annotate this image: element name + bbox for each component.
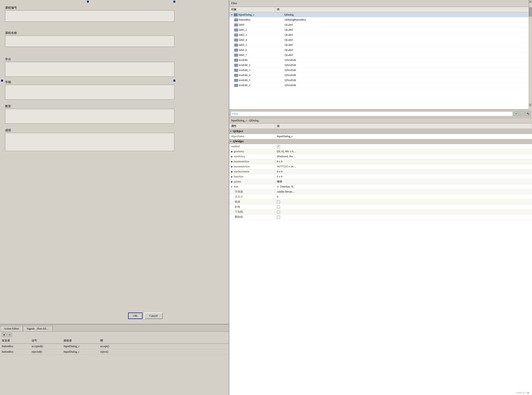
tree-cell-class-12: QTextEdit	[285, 73, 531, 77]
prop-val-maximumsize: 16777215 x 16…	[275, 165, 532, 169]
props-row-font[interactable]: ▾ font A [SimSun, 9]	[229, 184, 532, 189]
signal-receiver-1: InputDialog_c	[62, 344, 98, 349]
textedit-xueqi[interactable]	[5, 85, 174, 100]
form-buttons: OK Cancel	[128, 313, 163, 319]
label-kechengbianhao: 课程编号	[5, 6, 177, 10]
tree-expand-root[interactable]: ▾	[231, 14, 234, 16]
textedit-xuefen[interactable]	[5, 62, 174, 77]
props-col-headers: 属性 值	[229, 123, 532, 129]
v-scrollbar-tree[interactable]: ▲ ▼	[529, 0, 532, 110]
tree-row-8[interactable]: label_7 QLabel	[229, 53, 532, 58]
props-row-minimumsize[interactable]: ▶ minimumSize 0 x 0	[229, 159, 532, 164]
selection-handle-top-right[interactable]	[173, 1, 175, 3]
tree-cell-class-14: QTextEdit	[285, 84, 531, 87]
tree-row-5[interactable]: label_4 QLabel	[229, 38, 532, 43]
prop-val-sizepolicy: [Preferred, Pre…	[275, 154, 532, 159]
tree-row-9[interactable]: textEdit QTextEdit	[229, 58, 532, 63]
scrollbar-thumb[interactable]	[529, 7, 532, 16]
prop-val-geometry: [(0, 0), 681 x 6…	[275, 149, 532, 154]
scrollbar-down-btn[interactable]: ▼	[529, 104, 532, 106]
props-row-basesize[interactable]: ▶ baseSize 0 x 0	[229, 174, 532, 179]
scrollbar-up-btn[interactable]: ▲	[529, 0, 532, 3]
textedit-kechengmingcheng[interactable]	[5, 35, 174, 47]
tree-row-12[interactable]: textEdit_4 QTextEdit	[229, 73, 532, 78]
prop-name-palette: ▶ palette	[229, 180, 275, 184]
tree-row-13[interactable]: textEdit_5 QTextEdit	[229, 78, 532, 83]
props-row-geometry[interactable]: ▶ geometry [(0, 0), 681 x 6…	[229, 149, 532, 154]
bold-checkbox[interactable]	[277, 200, 280, 203]
prop-val-palette: 继承	[275, 179, 532, 184]
props-row-italic: 斜体	[229, 204, 532, 209]
signal-slot-1: accept()	[98, 344, 229, 349]
selection-handle-left[interactable]	[1, 80, 3, 82]
signals-row-2: buttonBox rejected() InputDialog_c rejec…	[0, 349, 229, 355]
tree-row-3[interactable]: label_2 QLabel	[229, 27, 532, 33]
form-canvas: 课程编号 课程名称 学分 学期 教室	[0, 0, 229, 324]
strikeout-checkbox[interactable]	[277, 215, 280, 219]
props-title-bar: InputDialog_c : QDialog	[229, 118, 532, 123]
props-col-property: 属性	[229, 124, 275, 128]
tree-icon-10	[234, 64, 238, 67]
props-edit-btn[interactable]: ✎	[526, 111, 531, 116]
prop-val-enabled	[275, 144, 532, 149]
prop-name-strikeout: 删除线	[229, 214, 275, 219]
remove-signal-button[interactable]: −	[7, 333, 12, 337]
prop-val-fontfamily: Adobe Devan…	[275, 190, 532, 194]
textedit-kechengbianhao[interactable]	[5, 10, 174, 22]
textedit-chengji[interactable]	[5, 133, 174, 151]
tree-cell-name-3: label_2	[239, 28, 285, 32]
enabled-checkbox[interactable]	[277, 145, 280, 148]
cancel-button[interactable]: Cancel	[144, 313, 163, 319]
selection-handle-top[interactable]	[87, 1, 89, 3]
tree-row-11[interactable]: textEdit_3 QTextEdit	[229, 68, 532, 73]
props-col-value: 值	[275, 124, 532, 128]
tree-row-root[interactable]: ▾ InputDialog_c QDialog	[229, 12, 532, 17]
tab-signals-slots[interactable]: Signals _Slots Ed…	[23, 326, 53, 331]
tree-cell-name-13: textEdit_5	[239, 78, 285, 82]
label-jiaoshi: 教室	[5, 104, 177, 108]
tab-action-editor[interactable]: Action Editor	[0, 326, 23, 331]
filter-label-tree: Filter	[231, 2, 237, 5]
prop-name-sizepolicy: ▶ sizePolicy	[229, 154, 275, 159]
tree-icon-2	[234, 24, 238, 26]
section-header-qobject: ▾ QObject	[229, 129, 532, 134]
underline-checkbox[interactable]	[277, 210, 280, 214]
props-row-palette[interactable]: ▶ palette 继承	[229, 179, 532, 184]
prop-name-minimumsize: ▶ minimumSize	[229, 159, 275, 164]
tree-row-14[interactable]: textEdit_6 QTextEdit	[229, 83, 532, 88]
prop-name-objectname: objectName	[229, 134, 275, 138]
tree-cell-name-4: label_3	[239, 33, 285, 37]
props-row-sizepolicy[interactable]: ▶ sizePolicy [Preferred, Pre…	[229, 154, 532, 159]
add-signal-button[interactable]: +	[2, 333, 6, 337]
tree-row-4[interactable]: label_3 QLabel	[229, 33, 532, 38]
signals-toolbar: + −	[0, 331, 229, 338]
field-group-kechengbianhao: 课程编号	[5, 6, 177, 22]
props-filter-input[interactable]	[231, 111, 513, 116]
props-add-btn[interactable]: +	[514, 111, 519, 116]
props-remove-btn[interactable]: −	[520, 111, 525, 116]
field-group-jiaoshi: 教室	[5, 104, 177, 124]
tree-row-1[interactable]: buttonBox QDialogButtonBox	[229, 17, 532, 22]
ok-button[interactable]: OK	[128, 313, 143, 319]
props-row-underline: 下划线	[229, 209, 532, 214]
prop-val-font: A [SimSun, 9]	[275, 185, 532, 189]
signal-signal-1: accepted()	[30, 344, 62, 349]
tree-cell-name-6: label_5	[239, 43, 285, 47]
prop-name-bold: 粗体	[229, 199, 275, 204]
tree-row-2[interactable]: label QLabel	[229, 22, 532, 27]
prop-name-fontfamily: 字体族	[229, 189, 275, 194]
tree-cell-name-2: label	[239, 23, 285, 27]
signals-table: 发送者 信号 接收者 槽 buttonBox accepted() InputD…	[0, 338, 229, 355]
tree-cell-name-0: InputDialog_c	[238, 13, 284, 16]
bottom-panel: Action Editor Signals _Slots Ed… + − 发送者…	[0, 324, 229, 395]
tree-icon-5	[234, 39, 238, 41]
tree-cell-class-6: QLabel	[285, 43, 531, 47]
italic-checkbox[interactable]	[277, 205, 280, 208]
tree-row-7[interactable]: label_6 QLabel	[229, 48, 532, 53]
props-row-maximumsize[interactable]: ▶ maximumSize 16777215 x 16…	[229, 164, 532, 169]
tree-row-6[interactable]: label_5 QLabel	[229, 43, 532, 48]
col-slot-header: 槽	[98, 338, 229, 343]
textedit-jiaoshi[interactable]	[5, 109, 174, 124]
props-row-sizeincrement[interactable]: ▶ sizeIncrement 0 x 0	[229, 169, 532, 174]
tree-row-10[interactable]: textEdit_2 QTextEdit	[229, 63, 532, 68]
